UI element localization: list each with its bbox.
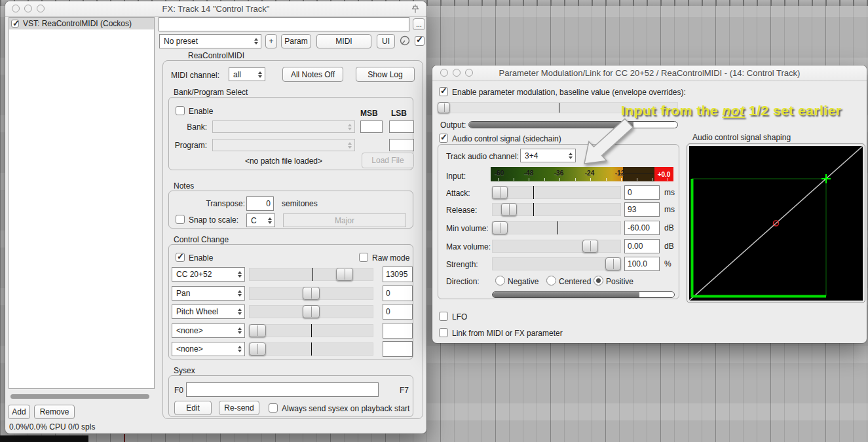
sysex-edit-button[interactable]: Edit <box>174 401 212 415</box>
cc-slider[interactable] <box>249 305 373 318</box>
program-select[interactable] <box>212 139 355 151</box>
always-send-label: Always send sysex on playback start <box>282 404 409 413</box>
midi-button[interactable]: MIDI <box>316 34 371 48</box>
cc-source-select[interactable]: <none> <box>172 323 245 338</box>
link-checkbox[interactable] <box>439 328 448 337</box>
fx-titlebar[interactable]: FX: Track 14 "Control Track" <box>5 1 426 17</box>
attack-slider[interactable] <box>492 186 621 199</box>
pin-icon[interactable] <box>409 3 421 15</box>
fx-bypass-checkbox[interactable] <box>415 36 425 46</box>
meter-ticks <box>491 178 673 181</box>
more-options-button[interactable]: ... <box>413 18 425 30</box>
cc-value-field[interactable] <box>383 341 413 357</box>
sysex-input[interactable] <box>186 382 379 397</box>
bank-lsb-field[interactable] <box>389 120 414 133</box>
input-label: Input: <box>446 172 466 181</box>
sysex-resend-button[interactable]: Re-send <box>219 401 259 415</box>
release-slider[interactable] <box>492 203 621 216</box>
cc-slider[interactable] <box>249 324 373 337</box>
sidechain-checkbox[interactable] <box>439 134 448 143</box>
cc-source-select[interactable]: Pan <box>172 286 245 301</box>
raw-mode-checkbox[interactable] <box>359 253 368 262</box>
cc-value-field[interactable] <box>383 285 413 301</box>
slider-thumb[interactable] <box>501 203 517 216</box>
sidechain-label: Audio control signal (sidechain) <box>452 134 561 143</box>
sysex-title: Sysex <box>174 366 195 375</box>
always-send-checkbox[interactable] <box>269 403 278 413</box>
lfo-checkbox[interactable] <box>439 312 448 321</box>
save-preset-button[interactable]: + <box>265 34 277 48</box>
bank-enable-checkbox[interactable] <box>176 106 185 115</box>
all-notes-off-button[interactable]: All Notes Off <box>282 67 343 82</box>
min-volume-field[interactable] <box>624 221 660 235</box>
cc-slider[interactable] <box>249 342 373 356</box>
slider-thumb[interactable] <box>249 324 266 337</box>
direction-positive-radio[interactable] <box>594 276 603 285</box>
scale-root-select[interactable]: C <box>246 213 275 227</box>
ui-button[interactable]: UI <box>377 34 395 48</box>
shaping-curve-graph[interactable] <box>689 146 863 301</box>
release-field[interactable] <box>624 202 660 217</box>
direction-centered-radio[interactable] <box>546 276 556 285</box>
remove-fx-button[interactable]: Remove <box>34 405 75 419</box>
load-file-button[interactable]: Load File <box>362 153 414 168</box>
slider-thumb[interactable] <box>249 342 266 356</box>
slider-thumb[interactable] <box>438 102 450 113</box>
wet-dry-knob-icon[interactable] <box>399 35 411 47</box>
slider-thumb[interactable] <box>492 221 508 234</box>
scale-type-select[interactable]: Major <box>283 213 406 227</box>
show-log-button[interactable]: Show Log <box>356 67 415 82</box>
notes-group: Transpose: semitones Snap to scale: C Ma… <box>168 191 413 229</box>
preset-select[interactable]: No preset <box>159 34 261 48</box>
signal-shaping-panel[interactable] <box>687 143 865 303</box>
slider-thumb[interactable] <box>336 268 353 281</box>
cc-enable-checkbox[interactable] <box>176 253 185 262</box>
direction-negative-label: Negative <box>508 277 538 286</box>
fx-list-hscrollbar[interactable] <box>10 394 149 399</box>
edit-cursor-line <box>124 434 125 442</box>
cc-value-field[interactable] <box>383 304 413 320</box>
add-fx-button[interactable]: Add <box>8 405 30 419</box>
max-volume-field[interactable] <box>624 239 660 253</box>
fx-plugin-row[interactable]: VST: ReaControlMIDI (Cockos) <box>9 18 154 29</box>
max-volume-slider[interactable] <box>492 240 621 253</box>
slider-thumb[interactable] <box>605 257 621 270</box>
param-button[interactable]: Param <box>281 34 311 48</box>
slider-thumb[interactable] <box>492 186 508 199</box>
transpose-field[interactable] <box>246 196 274 211</box>
cc-source-select[interactable]: Pitch Wheel <box>172 304 245 319</box>
attack-field[interactable] <box>624 185 660 200</box>
bank-select[interactable] <box>212 120 355 133</box>
slider-thumb[interactable] <box>303 287 320 300</box>
plugin-panel-title: ReaControlMIDI <box>188 51 244 60</box>
direction-negative-radio[interactable] <box>495 276 505 285</box>
fx-comment-input[interactable] <box>159 17 409 31</box>
slider-thumb[interactable] <box>582 240 598 253</box>
fx-enabled-checkbox[interactable] <box>11 20 19 28</box>
bank-msb-field[interactable] <box>360 120 383 133</box>
stepper-icon <box>235 305 244 318</box>
semitones-label: semitones <box>282 199 318 208</box>
cc-source-select[interactable]: <none> <box>172 342 245 356</box>
cc-slider[interactable] <box>249 287 373 300</box>
strength-slider[interactable] <box>492 257 621 270</box>
track-channel-select[interactable]: 3+4 <box>520 149 576 162</box>
annotation-arrow-icon <box>571 118 637 174</box>
mod-titlebar[interactable]: Parameter Modulation/Link for CC 20+52 /… <box>432 65 867 81</box>
strength-field[interactable] <box>624 257 660 271</box>
min-volume-slider[interactable] <box>492 221 621 234</box>
slider-thumb[interactable] <box>303 305 320 318</box>
midi-channel-select[interactable]: all <box>229 67 265 81</box>
slider-tick <box>533 203 534 216</box>
fx-plugin-list[interactable]: VST: ReaControlMIDI (Cockos) <box>9 17 155 389</box>
snap-to-scale-checkbox[interactable] <box>176 215 185 224</box>
cc-slider[interactable] <box>249 268 373 281</box>
cc-value-field[interactable] <box>383 323 413 339</box>
lsb-label: LSB <box>391 109 407 118</box>
cc-value-field[interactable] <box>383 267 413 282</box>
program-lsb-field[interactable] <box>389 139 414 151</box>
cc-source-select[interactable]: CC 20+52 <box>172 267 245 282</box>
stepper-icon <box>235 287 244 300</box>
enable-modulation-checkbox[interactable] <box>439 87 448 96</box>
transpose-label: Transpose: <box>179 199 245 208</box>
